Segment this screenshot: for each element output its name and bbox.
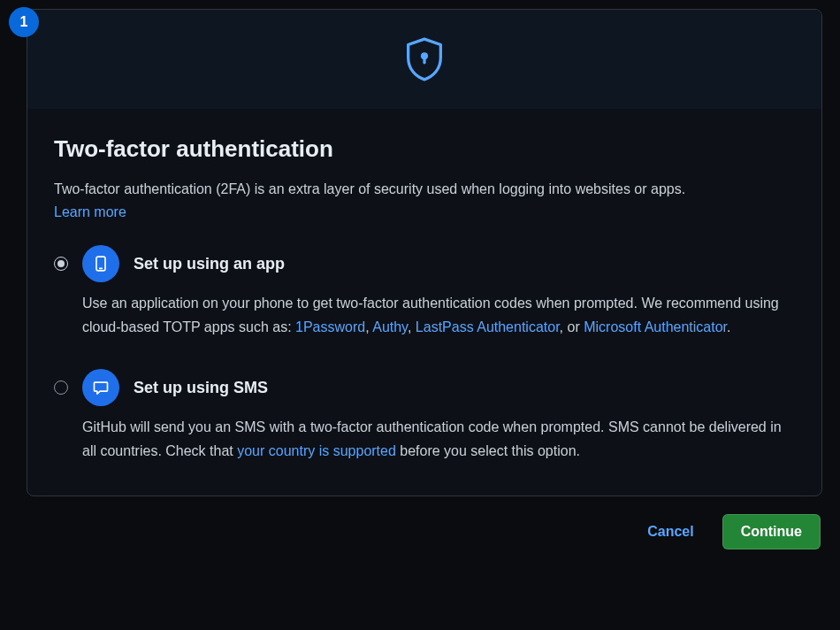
link-lastpass[interactable]: LastPass Authenticator — [416, 319, 560, 334]
option-sms-description: GitHub will send you an SMS with a two-f… — [82, 415, 795, 463]
link-1password[interactable]: 1Password — [295, 319, 365, 334]
continue-button[interactable]: Continue — [722, 514, 821, 549]
card-header — [27, 10, 821, 109]
option-sms-row[interactable]: Set up using SMS — [54, 369, 795, 406]
option-app-description: Use an application on your phone to get … — [82, 291, 795, 339]
setup-card: Two-factor authentication Two-factor aut… — [27, 9, 822, 496]
option-app-row[interactable]: Set up using an app — [54, 245, 795, 282]
card-body: Two-factor authentication Two-factor aut… — [27, 109, 821, 496]
link-country-supported[interactable]: your country is supported — [237, 443, 396, 458]
radio-app[interactable] — [54, 257, 68, 271]
link-ms-auth[interactable]: Microsoft Authenticator — [584, 319, 727, 334]
step-number: 1 — [20, 14, 28, 30]
step-badge: 1 — [9, 7, 39, 37]
learn-more-link[interactable]: Learn more — [54, 204, 126, 220]
option-app-label[interactable]: Set up using an app — [134, 245, 285, 282]
footer-actions: Cancel Continue — [27, 514, 822, 549]
svg-rect-1 — [423, 56, 425, 64]
link-authy[interactable]: Authy — [372, 319, 408, 334]
radio-sms[interactable] — [54, 380, 68, 395]
cancel-button[interactable]: Cancel — [635, 515, 706, 549]
shield-lock-icon — [405, 36, 444, 82]
option-sms-label[interactable]: Set up using SMS — [134, 369, 268, 406]
sms-icon[interactable] — [82, 369, 119, 406]
phone-icon[interactable] — [82, 245, 119, 282]
page-title: Two-factor authentication — [54, 135, 795, 163]
intro-text: Two-factor authentication (2FA) is an ex… — [54, 179, 795, 201]
